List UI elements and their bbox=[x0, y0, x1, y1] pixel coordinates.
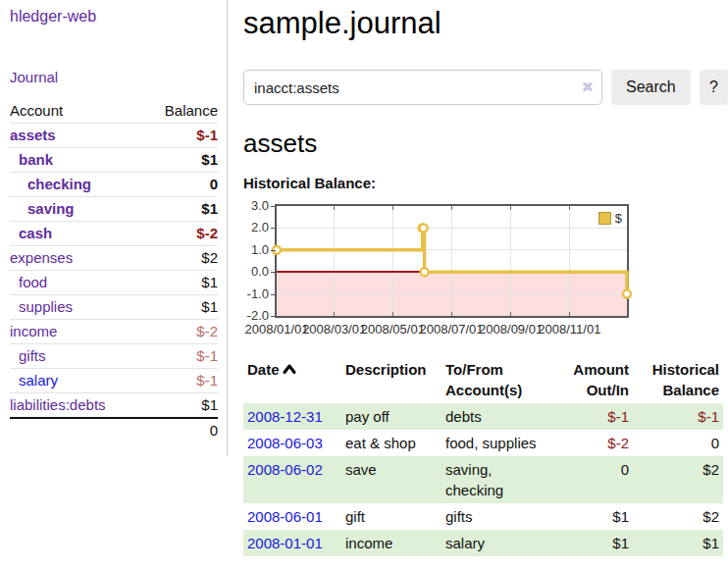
transaction-description: eat & shop bbox=[341, 430, 442, 456]
account-row: supplies$1 bbox=[10, 295, 218, 320]
transaction-date-link[interactable]: 2008-06-03 bbox=[247, 435, 323, 451]
transaction-row: 2008-06-03eat & shopfood, supplies$-20 bbox=[243, 430, 723, 456]
accounts-total-row: 0 bbox=[10, 418, 218, 442]
y-tick-mark bbox=[271, 316, 276, 317]
help-button[interactable]: ? bbox=[700, 70, 728, 105]
account-link[interactable]: assets bbox=[10, 127, 56, 143]
accounts-header-account: Account bbox=[10, 100, 143, 124]
account-balance: $2 bbox=[143, 246, 218, 271]
transaction-balance: $1 bbox=[633, 530, 723, 556]
data-point-marker bbox=[420, 224, 428, 232]
x-tick-label: 2008/03/01 bbox=[302, 322, 366, 337]
account-heading: assets bbox=[243, 129, 728, 159]
account-link[interactable]: supplies bbox=[19, 298, 73, 315]
transaction-description: pay off bbox=[341, 403, 442, 430]
register-table: Date Description To/From Account(s) Amou… bbox=[243, 356, 723, 556]
column-header-accounts[interactable]: To/From Account(s) bbox=[442, 356, 553, 403]
account-row: bank$1 bbox=[10, 148, 218, 173]
balance-chart: 3.02.01.00.0-1.0-2.0 $ 2008/01/012008/03… bbox=[243, 197, 728, 342]
y-tick-mark bbox=[271, 250, 276, 251]
account-row: expenses$2 bbox=[10, 246, 218, 271]
search-input[interactable] bbox=[243, 70, 602, 105]
transaction-date-link[interactable]: 2008-06-02 bbox=[247, 461, 323, 478]
nav-journal-link[interactable]: Journal bbox=[10, 69, 227, 85]
account-link[interactable]: salary bbox=[19, 372, 58, 389]
transaction-date-link[interactable]: 2008-12-31 bbox=[247, 408, 323, 425]
transaction-balance: $-1 bbox=[633, 403, 723, 430]
search-button[interactable]: Search bbox=[611, 70, 691, 105]
clear-search-icon[interactable]: ✖ bbox=[581, 78, 594, 96]
x-tick-label: 2008/01/01 bbox=[244, 322, 308, 337]
account-link[interactable]: checking bbox=[27, 176, 91, 192]
data-point-marker bbox=[623, 290, 631, 298]
account-row: assets$-1 bbox=[10, 124, 218, 148]
transaction-accounts: food, supplies bbox=[442, 430, 553, 456]
chart-title: Historical Balance: bbox=[243, 175, 728, 191]
transaction-description: gift bbox=[341, 503, 442, 530]
page-title: sample.journal bbox=[243, 6, 728, 41]
transaction-amount: $1 bbox=[553, 530, 633, 556]
accounts-body: assets$-1bank$1checking0saving$1cash$-2e… bbox=[10, 124, 218, 419]
transaction-amount: $-1 bbox=[553, 403, 633, 430]
account-link[interactable]: gifts bbox=[19, 347, 46, 364]
account-row: liabilities:debts$1 bbox=[10, 393, 218, 419]
accounts-total-balance: 0 bbox=[143, 418, 218, 442]
account-balance: 0 bbox=[143, 173, 218, 197]
data-point-marker bbox=[421, 268, 429, 276]
legend-swatch-icon bbox=[598, 212, 611, 225]
sidebar: hledger-web Journal Account Balance asse… bbox=[0, 0, 228, 456]
account-row: cash$-2 bbox=[10, 222, 218, 246]
chart-y-axis: 3.02.01.00.0-1.0-2.0 bbox=[243, 206, 269, 316]
y-tick-mark bbox=[271, 228, 276, 229]
x-tick-label: 2008/07/01 bbox=[419, 322, 483, 337]
account-link[interactable]: income bbox=[10, 323, 57, 339]
account-row: checking0 bbox=[10, 173, 218, 197]
account-link[interactable]: cash bbox=[19, 225, 52, 241]
transaction-balance: 0 bbox=[633, 430, 723, 456]
transaction-balance: $2 bbox=[633, 503, 723, 530]
account-balance: $1 bbox=[143, 148, 218, 173]
main-content: sample.journal ✖ Search ? assets Histori… bbox=[243, 0, 728, 556]
chart-legend: $ bbox=[597, 210, 624, 227]
transaction-date-link[interactable]: 2008-06-01 bbox=[247, 508, 323, 525]
app-brand-link[interactable]: hledger-web bbox=[10, 8, 227, 26]
register-body: 2008-12-31pay offdebts$-1$-12008-06-03ea… bbox=[243, 403, 723, 556]
transaction-date-link[interactable]: 2008-01-01 bbox=[247, 535, 323, 551]
search-bar: ✖ Search ? bbox=[243, 70, 728, 105]
transaction-row: 2008-06-01giftgifts$1$2 bbox=[243, 503, 723, 530]
x-tick-label: 2008/05/01 bbox=[361, 322, 425, 337]
register-header-row: Date Description To/From Account(s) Amou… bbox=[243, 356, 723, 403]
transaction-row: 2008-06-02savesaving, checking0$2 bbox=[243, 456, 723, 503]
x-tick-label: 2008/11/01 bbox=[538, 322, 600, 337]
account-balance: $-1 bbox=[143, 369, 218, 393]
account-balance: $-1 bbox=[143, 344, 218, 369]
accounts-header-balance: Balance bbox=[143, 100, 218, 124]
transaction-amount: $1 bbox=[553, 503, 633, 530]
sort-ascending-icon bbox=[283, 364, 296, 375]
transaction-accounts: salary bbox=[442, 530, 553, 556]
transaction-accounts: gifts bbox=[442, 503, 553, 530]
column-header-description[interactable]: Description bbox=[341, 356, 442, 403]
y-tick-label: 2.0 bbox=[243, 220, 269, 235]
account-link[interactable]: food bbox=[19, 274, 47, 290]
account-balance: $1 bbox=[143, 295, 218, 320]
transaction-amount: $-2 bbox=[553, 430, 633, 456]
legend-label: $ bbox=[615, 211, 622, 226]
x-tick-label: 2008/09/01 bbox=[479, 322, 543, 337]
account-row: gifts$-1 bbox=[10, 344, 218, 369]
column-header-date[interactable]: Date bbox=[243, 356, 341, 403]
chart-plot[interactable]: $ bbox=[275, 204, 629, 318]
account-row: saving$1 bbox=[10, 197, 218, 222]
column-header-balance[interactable]: Historical Balance bbox=[633, 356, 723, 403]
column-header-amount[interactable]: Amount Out/In bbox=[553, 356, 633, 403]
transaction-description: save bbox=[341, 456, 442, 503]
accounts-table: Account Balance assets$-1bank$1checking0… bbox=[10, 100, 218, 442]
search-box: ✖ bbox=[243, 70, 602, 105]
account-link[interactable]: saving bbox=[27, 200, 75, 217]
account-link[interactable]: liabilities:debts bbox=[10, 396, 106, 413]
account-balance: $-2 bbox=[143, 222, 218, 246]
account-row: income$-2 bbox=[10, 320, 218, 344]
account-link[interactable]: expenses bbox=[10, 249, 73, 266]
transaction-amount: 0 bbox=[553, 456, 633, 503]
account-link[interactable]: bank bbox=[19, 151, 53, 168]
